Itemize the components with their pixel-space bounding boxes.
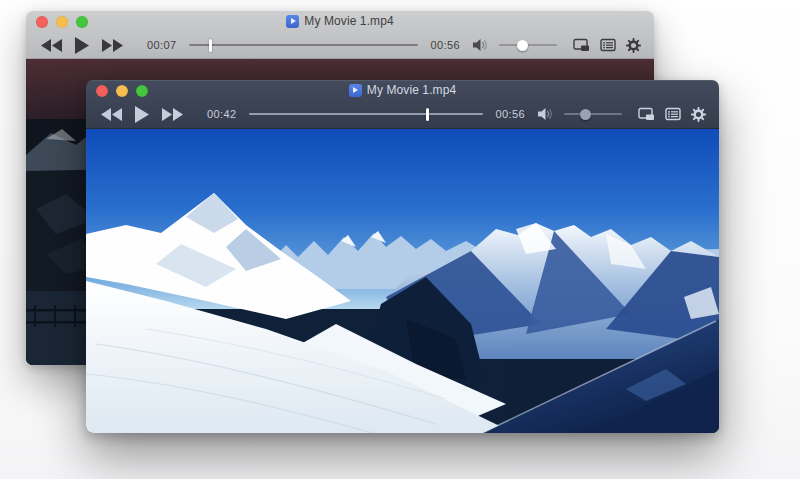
picture-in-picture-button[interactable] xyxy=(638,107,655,121)
media-list-button[interactable] xyxy=(600,38,616,52)
fast-forward-button[interactable] xyxy=(162,108,183,121)
playhead[interactable] xyxy=(209,39,212,52)
duration-time: 00:56 xyxy=(430,39,460,51)
playback-controls: 00:07 00:56 xyxy=(26,32,654,58)
movie-file-icon xyxy=(286,15,299,28)
video-content-front xyxy=(86,129,719,433)
transport-buttons xyxy=(41,37,123,54)
rewind-button[interactable] xyxy=(101,108,122,121)
playhead[interactable] xyxy=(426,108,429,121)
speaker-icon[interactable] xyxy=(472,38,489,52)
timeline-track xyxy=(189,44,419,46)
timeline-slider[interactable] xyxy=(189,39,419,52)
volume-knob[interactable] xyxy=(580,109,591,120)
title-area: My Movie 1.mp4 xyxy=(26,14,654,28)
player-header: My Movie 1.mp4 00:07 00:56 xyxy=(26,11,654,59)
duration-time: 00:56 xyxy=(495,108,525,120)
movie-file-icon xyxy=(349,84,362,97)
window-title: My Movie 1.mp4 xyxy=(367,83,456,97)
play-button[interactable] xyxy=(135,106,149,123)
right-buttons xyxy=(638,107,706,122)
title-area: My Movie 1.mp4 xyxy=(86,83,719,97)
transport-buttons xyxy=(101,106,183,123)
current-time: 00:07 xyxy=(147,39,177,51)
fast-forward-button[interactable] xyxy=(102,39,123,52)
volume-slider[interactable] xyxy=(564,109,622,120)
player-window-front: My Movie 1.mp4 00:42 00:56 xyxy=(86,80,719,433)
play-button[interactable] xyxy=(75,37,89,54)
playback-controls: 00:42 00:56 xyxy=(86,101,719,127)
picture-in-picture-button[interactable] xyxy=(573,38,590,52)
titlebar: My Movie 1.mp4 xyxy=(26,11,654,32)
right-buttons xyxy=(573,38,641,53)
window-title: My Movie 1.mp4 xyxy=(304,14,393,28)
volume-slider[interactable] xyxy=(499,40,557,51)
current-time: 00:42 xyxy=(207,108,237,120)
snowy-mountain-scene xyxy=(86,129,719,433)
volume-track xyxy=(564,113,622,115)
media-list-button[interactable] xyxy=(665,107,681,121)
timeline-slider[interactable] xyxy=(249,108,484,121)
timeline-track xyxy=(249,113,484,115)
volume-knob[interactable] xyxy=(517,40,528,51)
player-header: My Movie 1.mp4 00:42 00:56 xyxy=(86,80,719,129)
speaker-icon[interactable] xyxy=(537,107,554,121)
gear-button[interactable] xyxy=(626,38,641,53)
gear-button[interactable] xyxy=(691,107,706,122)
titlebar: My Movie 1.mp4 xyxy=(86,80,719,101)
rewind-button[interactable] xyxy=(41,39,62,52)
